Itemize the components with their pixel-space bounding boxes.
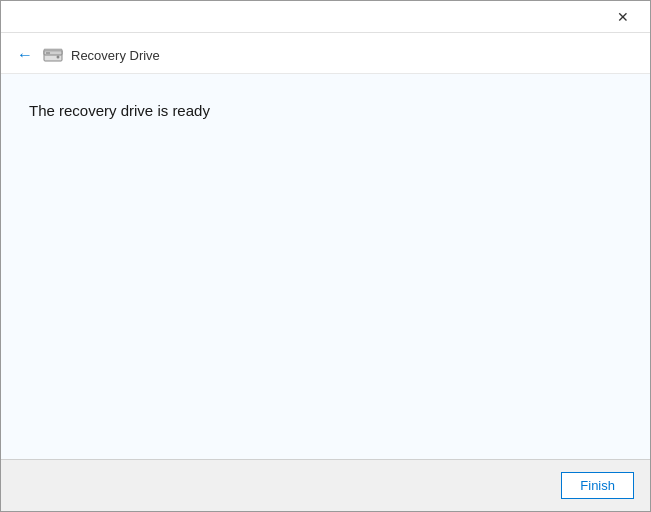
header-title: Recovery Drive	[71, 48, 160, 63]
svg-point-3	[57, 56, 60, 59]
header: ← Recovery Drive	[1, 33, 650, 74]
close-button[interactable]: ✕	[600, 1, 646, 33]
svg-rect-4	[44, 49, 62, 51]
window: ✕ ← Recovery Drive The recovery drive is…	[0, 0, 651, 512]
content-area: The recovery drive is ready	[1, 74, 650, 459]
drive-icon	[43, 45, 63, 65]
svg-rect-2	[46, 52, 50, 54]
title-bar: ✕	[1, 1, 650, 33]
finish-button[interactable]: Finish	[561, 472, 634, 499]
back-arrow-icon: ←	[17, 46, 33, 64]
ready-message: The recovery drive is ready	[29, 102, 622, 119]
close-icon: ✕	[617, 9, 629, 25]
footer: Finish	[1, 459, 650, 511]
back-button[interactable]: ←	[17, 46, 33, 64]
